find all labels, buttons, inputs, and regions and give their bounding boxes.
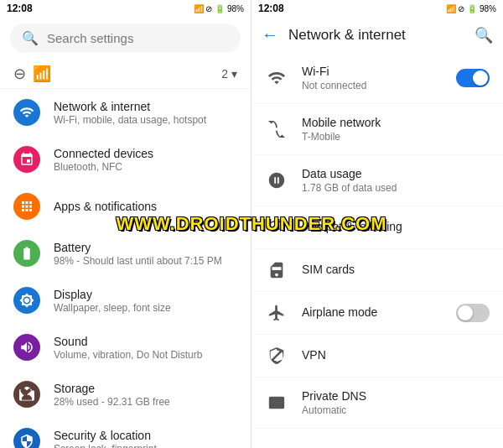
settings-list: Network & internet Wi-Fi, mobile, data u… xyxy=(0,89,251,448)
wifi-icon xyxy=(265,69,288,87)
mobile-subtitle: T-Mobile xyxy=(302,131,490,143)
search-right-icon[interactable]: 🔍 xyxy=(474,26,493,44)
airplane-title: Airplane mode xyxy=(302,305,443,319)
display-text: Display Wallpaper, sleep, font size xyxy=(54,288,237,314)
data-icon xyxy=(265,171,288,190)
data-text: Data usage 1.78 GB of data used xyxy=(302,167,490,194)
setting-sound[interactable]: Sound Volume, vibration, Do Not Disturb xyxy=(0,324,251,371)
storage-icon xyxy=(13,381,40,408)
apps-text: Apps & notifications xyxy=(54,200,237,214)
network-mobile[interactable]: Mobile network T-Mobile xyxy=(252,104,503,155)
connected-icon xyxy=(13,146,40,173)
airplane-icon xyxy=(265,304,288,322)
setting-storage[interactable]: Storage 28% used - 92.31 GB free xyxy=(0,371,251,418)
storage-text: Storage 28% used - 92.31 GB free xyxy=(54,382,237,408)
network-wifi[interactable]: Wi-Fi Not connected xyxy=(252,53,503,104)
vpn-text: VPN xyxy=(302,348,490,363)
security-subtitle: Screen lock, fingerprint xyxy=(54,443,237,449)
notification-count: 2 xyxy=(221,67,228,81)
left-time: 12:08 xyxy=(7,3,33,14)
setting-display[interactable]: Display Wallpaper, sleep, font size xyxy=(0,277,251,324)
connected-subtitle: Bluetooth, NFC xyxy=(54,161,237,173)
sound-text: Sound Volume, vibration, Do Not Disturb xyxy=(54,335,237,361)
network-airplane[interactable]: Airplane mode xyxy=(252,292,503,335)
expand-icon[interactable]: ▾ xyxy=(231,67,237,81)
panel-title: Network & internet xyxy=(288,27,464,44)
storage-subtitle: 28% used - 92.31 GB free xyxy=(54,396,237,408)
data-title: Data usage xyxy=(302,167,490,180)
storage-title: Storage xyxy=(54,382,237,395)
dns-subtitle: Automatic xyxy=(302,404,490,416)
notification-bar: ⊖ 📶 2 ▾ xyxy=(0,60,251,89)
hotspot-icon xyxy=(265,218,288,237)
search-placeholder: Search settings xyxy=(47,31,133,45)
battery-icon xyxy=(13,240,40,267)
display-icon xyxy=(13,287,40,314)
setting-connected[interactable]: Connected devices Bluetooth, NFC xyxy=(0,136,251,183)
network-data[interactable]: Data usage 1.78 GB of data used xyxy=(252,155,503,206)
security-text: Security & location Screen lock, fingerp… xyxy=(54,429,237,449)
hotspot-title: Hotspot & tethering xyxy=(302,220,490,233)
airplane-text: Airplane mode xyxy=(302,305,443,320)
network-title: Network & internet xyxy=(54,100,237,113)
setting-security[interactable]: Security & location Screen lock, fingerp… xyxy=(0,418,251,448)
hotspot-text: Hotspot & tethering xyxy=(302,220,490,235)
display-title: Display xyxy=(54,288,237,301)
right-panel-header: ← Network & internet 🔍 xyxy=(252,17,503,53)
dns-text: Private DNS Automatic xyxy=(302,389,490,416)
data-subtitle: 1.78 GB of data used xyxy=(302,182,490,194)
sound-title: Sound xyxy=(54,335,237,348)
setting-apps[interactable]: Apps & notifications xyxy=(0,183,251,230)
network-hotspot[interactable]: Hotspot & tethering xyxy=(252,206,503,249)
apps-icon xyxy=(13,193,40,220)
network-subtitle: Wi-Fi, mobile, data usage, hotspot xyxy=(54,114,237,126)
vpn-title: VPN xyxy=(302,348,490,362)
setting-network[interactable]: Network & internet Wi-Fi, mobile, data u… xyxy=(0,89,251,136)
network-dns[interactable]: Private DNS Automatic xyxy=(252,378,503,429)
wifi-title: Wi-Fi xyxy=(302,65,443,78)
network-detail-panel: ← Network & internet 🔍 Wi-Fi Not connect… xyxy=(252,17,503,448)
battery-subtitle: 98% - Should last until about 7:15 PM xyxy=(54,255,237,267)
network-items-list: Wi-Fi Not connected Mobile network T-Mob… xyxy=(252,53,503,448)
wifi-toggle[interactable] xyxy=(456,69,490,87)
security-icon xyxy=(13,428,40,448)
vpn-icon xyxy=(265,346,288,365)
sim-icon xyxy=(265,261,288,279)
mobile-text: Mobile network T-Mobile xyxy=(302,116,490,143)
sim-text: SIM cards xyxy=(302,263,490,278)
connected-title: Connected devices xyxy=(54,147,237,160)
settings-panel: 🔍 Search settings ⊖ 📶 2 ▾ Network & inte… xyxy=(0,17,252,448)
search-bar[interactable]: 🔍 Search settings xyxy=(10,23,241,53)
network-icon xyxy=(13,99,40,126)
right-time: 12:08 xyxy=(258,3,284,14)
minus-icon: ⊖ xyxy=(13,65,26,83)
display-subtitle: Wallpaper, sleep, font size xyxy=(54,302,237,314)
dns-icon xyxy=(265,393,288,412)
left-icons: 📶 ⊘ 🔋 98% xyxy=(194,4,244,13)
sound-icon xyxy=(13,334,40,361)
search-icon: 🔍 xyxy=(22,30,39,46)
security-title: Security & location xyxy=(54,429,237,442)
mobile-title: Mobile network xyxy=(302,116,490,129)
right-icons: 📶 ⊘ 🔋 98% xyxy=(446,4,496,13)
battery-text: Battery 98% - Should last until about 7:… xyxy=(54,241,237,267)
dns-title: Private DNS xyxy=(302,389,490,403)
network-text: Network & internet Wi-Fi, mobile, data u… xyxy=(54,100,237,126)
sim-title: SIM cards xyxy=(302,263,490,276)
mobile-icon xyxy=(265,120,288,138)
network-sim[interactable]: SIM cards xyxy=(252,249,503,292)
wifi-subtitle: Not connected xyxy=(302,80,443,91)
setting-battery[interactable]: Battery 98% - Should last until about 7:… xyxy=(0,230,251,277)
network-vpn[interactable]: VPN xyxy=(252,335,503,378)
apps-title: Apps & notifications xyxy=(54,200,237,213)
wifi-text: Wi-Fi Not connected xyxy=(302,65,443,91)
battery-title: Battery xyxy=(54,241,237,254)
airplane-toggle[interactable] xyxy=(456,304,490,322)
sound-subtitle: Volume, vibration, Do Not Disturb xyxy=(54,349,237,361)
connected-text: Connected devices Bluetooth, NFC xyxy=(54,147,237,173)
back-icon[interactable]: ← xyxy=(262,25,278,44)
signal-icon: 📶 xyxy=(33,65,51,83)
